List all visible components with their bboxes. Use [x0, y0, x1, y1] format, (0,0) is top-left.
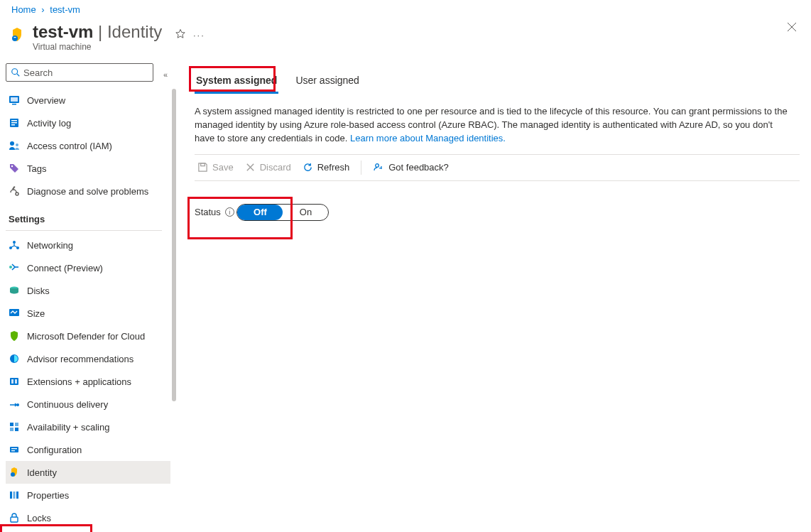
breadcrumb: Home › test-vm: [0, 0, 811, 18]
activity-log-icon: [9, 117, 20, 129]
sidebar-item-properties[interactable]: Properties: [6, 484, 170, 506]
feedback-icon: [373, 162, 384, 173]
search-icon: [11, 67, 21, 77]
sidebar-item-tags[interactable]: Tags: [6, 157, 170, 180]
svg-point-11: [10, 141, 14, 146]
sidebar-item-label: Extensions + applications: [27, 376, 131, 387]
svg-rect-31: [10, 447, 18, 452]
sidebar-item-label: Access control (IAM): [27, 141, 112, 151]
sidebar-item-label: Locks: [27, 513, 51, 523]
sidebar-search-input[interactable]: [23, 67, 148, 78]
tab-user-assigned[interactable]: User assigned: [294, 70, 361, 94]
sidebar: « Overview Activity log Access control (…: [0, 63, 170, 531]
main-panel: System assigned User assigned A system a…: [170, 63, 811, 531]
svg-rect-32: [11, 448, 17, 449]
pin-favorite-icon[interactable]: [175, 28, 186, 42]
discard-button: Discard: [245, 162, 291, 173]
status-toggle-on[interactable]: On: [283, 205, 328, 220]
sidebar-item-configuration[interactable]: Configuration: [6, 438, 170, 461]
status-toggle-off[interactable]: Off: [237, 205, 283, 220]
sidebar-search[interactable]: [6, 63, 153, 82]
sidebar-item-networking[interactable]: Networking: [6, 234, 170, 256]
sidebar-item-label: Continuous delivery: [27, 399, 108, 410]
sidebar-item-overview[interactable]: Overview: [6, 89, 170, 112]
sidebar-item-identity[interactable]: Identity: [6, 461, 170, 484]
sidebar-item-label: Size: [27, 308, 45, 319]
sidebar-item-label: Disks: [27, 286, 50, 296]
properties-icon: [9, 489, 20, 501]
breadcrumb-home[interactable]: Home: [11, 4, 36, 15]
extensions-icon: [9, 376, 20, 387]
sidebar-section-settings: Settings: [6, 202, 170, 229]
sidebar-item-availability[interactable]: Availability + scaling: [6, 416, 170, 438]
sidebar-item-label: Tags: [27, 163, 46, 174]
sidebar-item-extensions[interactable]: Extensions + applications: [6, 370, 170, 393]
sidebar-item-defender[interactable]: Microsoft Defender for Cloud: [6, 325, 170, 347]
configuration-icon: [9, 444, 20, 455]
connect-icon: [9, 262, 20, 273]
svg-rect-9: [11, 122, 17, 124]
refresh-button[interactable]: Refresh: [303, 162, 350, 173]
svg-point-2: [12, 69, 18, 75]
svg-rect-10: [11, 124, 15, 126]
sidebar-item-label: Diagnose and solve problems: [27, 186, 148, 197]
status-toggle[interactable]: Off On: [236, 204, 329, 221]
sidebar-item-disks[interactable]: Disks: [6, 279, 170, 302]
sidebar-item-size[interactable]: Size: [6, 302, 170, 325]
svg-rect-28: [15, 423, 18, 426]
sidebar-item-diagnose[interactable]: Diagnose and solve problems: [6, 180, 170, 202]
size-icon: [9, 308, 20, 319]
sidebar-item-access-control[interactable]: Access control (IAM): [6, 134, 170, 157]
diagnose-icon: [9, 185, 20, 197]
svg-rect-8: [11, 120, 17, 121]
identity-tabs: System assigned User assigned: [195, 70, 800, 94]
svg-rect-33: [11, 450, 15, 451]
svg-rect-30: [15, 428, 18, 431]
sidebar-item-label: Advisor recommendations: [27, 354, 134, 364]
page-title-section: Identity: [107, 22, 162, 41]
sidebar-item-label: Configuration: [27, 445, 82, 455]
discard-icon: [245, 162, 256, 173]
identity-resource-icon: [9, 26, 26, 43]
learn-more-link[interactable]: Learn more about Managed identities.: [350, 133, 506, 143]
defender-icon: [9, 330, 20, 342]
svg-rect-24: [11, 379, 13, 384]
sidebar-item-continuous-delivery[interactable]: Continuous delivery: [6, 393, 170, 416]
sidebar-item-label: Microsoft Defender for Cloud: [27, 331, 145, 342]
identity-description: A system assigned managed identity is re…: [195, 105, 791, 146]
sidebar-item-activity-log[interactable]: Activity log: [6, 112, 170, 134]
disks-icon: [9, 285, 20, 296]
sidebar-item-advisor[interactable]: Advisor recommendations: [6, 347, 170, 370]
more-actions-icon[interactable]: ···: [193, 30, 205, 40]
svg-rect-27: [10, 423, 13, 426]
svg-point-16: [13, 241, 16, 244]
identity-icon: [9, 467, 20, 478]
sidebar-item-label: Networking: [27, 240, 73, 251]
svg-point-40: [376, 163, 379, 167]
svg-rect-6: [12, 104, 16, 105]
sidebar-item-locks[interactable]: Locks: [6, 506, 170, 529]
tags-icon: [9, 163, 20, 174]
svg-line-3: [17, 74, 20, 77]
breadcrumb-resource[interactable]: test-vm: [50, 4, 80, 15]
collapse-sidebar-button[interactable]: «: [163, 70, 168, 79]
breadcrumb-separator: ›: [41, 4, 44, 15]
page-header: test-vm | Identity ··· Virtual machine: [0, 18, 811, 63]
svg-point-12: [16, 143, 18, 146]
sidebar-item-label: Availability + scaling: [27, 422, 109, 433]
networking-icon: [9, 239, 20, 251]
svg-point-26: [16, 403, 19, 406]
sidebar-item-connect[interactable]: Connect (Preview): [6, 256, 170, 279]
tab-system-assigned[interactable]: System assigned: [195, 70, 278, 94]
close-blade-button[interactable]: [787, 22, 797, 35]
svg-point-15: [16, 192, 18, 195]
refresh-icon: [303, 162, 313, 173]
svg-rect-39: [201, 163, 205, 166]
svg-rect-35: [10, 492, 12, 499]
info-icon[interactable]: i: [225, 207, 234, 217]
svg-rect-36: [13, 492, 16, 499]
sidebar-divider: [6, 230, 162, 231]
svg-rect-25: [15, 379, 17, 384]
advisor-icon: [9, 353, 20, 364]
feedback-button[interactable]: Got feedback?: [373, 162, 449, 173]
